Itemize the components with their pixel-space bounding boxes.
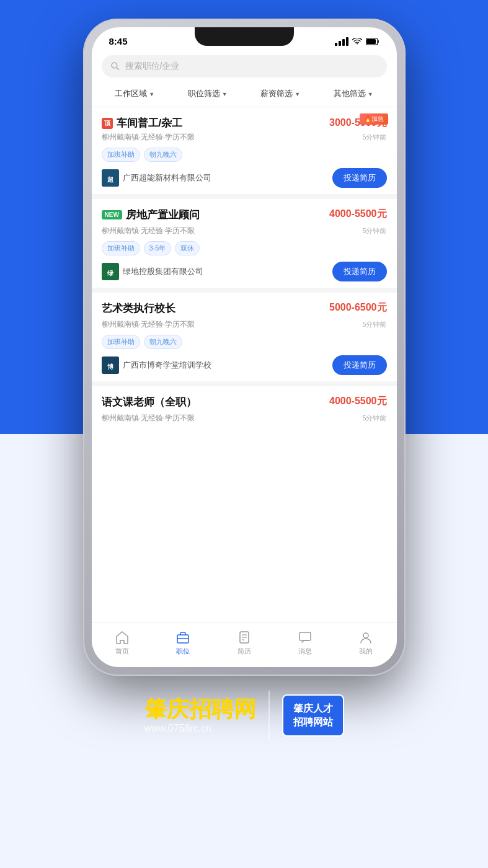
- filter-salary[interactable]: 薪资筛选 ▼: [245, 86, 317, 102]
- svg-rect-15: [299, 632, 311, 640]
- job-salary-3: 5000-6500元: [329, 301, 387, 314]
- job-time-2: 5分钟前: [362, 226, 386, 236]
- company-name-1: 广西超能新材料有限公司: [123, 172, 211, 184]
- signal-icon: [335, 37, 348, 46]
- job-location-4: 柳州戴南镇·无经验·学历不限: [102, 413, 195, 423]
- nav-jobs[interactable]: 职位: [153, 630, 213, 656]
- job-tags-1: 加班补助 朝九晚六: [102, 148, 387, 162]
- filter-salary-arrow: ▼: [295, 91, 300, 97]
- nav-resume-label: 简历: [237, 647, 251, 656]
- filter-work-area[interactable]: 工作区域 ▼: [99, 86, 171, 102]
- search-icon: [110, 61, 120, 71]
- job-header-2: NEW 房地产置业顾问 4000-5500元: [102, 208, 387, 222]
- nav-home-label: 首页: [115, 647, 129, 656]
- brand-right-line2: 招聘网站: [293, 715, 333, 729]
- job-tags-2: 加班补助 3-5年 双休: [102, 241, 387, 255]
- filter-bar: 工作区域 ▼ 职位筛选 ▼ 薪资筛选 ▼ 其他筛选 ▼: [92, 84, 397, 107]
- search-placeholder-text: 搜索职位/企业: [125, 61, 180, 72]
- nav-resume[interactable]: 简历: [213, 630, 274, 656]
- filter-position-arrow: ▼: [222, 91, 228, 97]
- job-location-2: 柳州戴南镇·无经验·学历不限: [102, 226, 195, 236]
- apply-btn-2[interactable]: 投递简历: [332, 262, 387, 281]
- company-logo-1: 超: [102, 169, 119, 187]
- job-meta-4: 柳州戴南镇·无经验·学历不限 5分钟前: [102, 413, 387, 423]
- job-tag-1-0: 加班补助: [102, 148, 140, 162]
- company-info-1: 超 广西超能新材料有限公司: [102, 169, 211, 187]
- job-meta-2: 柳州戴南镇·无经验·学历不限 5分钟前: [102, 226, 387, 236]
- svg-text:博: 博: [107, 363, 113, 370]
- svg-point-2: [112, 63, 117, 68]
- filter-position[interactable]: 职位筛选 ▼: [172, 86, 244, 102]
- filter-position-label: 职位筛选: [188, 89, 220, 99]
- job-title-3: 艺术类执行校长: [102, 301, 175, 316]
- status-time: 8:45: [109, 36, 128, 46]
- battery-icon: [366, 38, 379, 45]
- status-icons: [335, 37, 379, 46]
- job-title-1: 车间普工/杂工: [117, 116, 183, 130]
- filter-work-area-arrow: ▼: [149, 91, 154, 97]
- job-tags-3: 加班补助 朝九晚六: [102, 335, 387, 349]
- job-location-3: 柳州戴南镇·无经验·学历不限: [102, 319, 195, 330]
- filter-salary-label: 薪资筛选: [260, 89, 293, 99]
- job-time-1: 5分钟前: [362, 133, 386, 142]
- branding-section: 肇庆招聘网 www.0758rc.cn 肇庆人才 招聘网站: [0, 691, 488, 740]
- jobs-icon: [175, 630, 190, 645]
- job-list: 🔥加急 顶 车间普工/杂工 3000-5000元 柳州戴南镇·无经验·学历不限 …: [92, 107, 397, 632]
- brand-url: www.0758rc.cn: [144, 723, 212, 734]
- job-tag-3-0: 加班补助: [102, 335, 140, 349]
- resume-icon: [237, 630, 252, 645]
- filter-work-area-label: 工作区域: [115, 89, 147, 99]
- job-title-row-3: 艺术类执行校长: [102, 301, 175, 316]
- job-meta-1: 柳州戴南镇·无经验·学历不限 5分钟前: [102, 132, 387, 143]
- job-salary-4: 4000-5500元: [329, 395, 387, 408]
- mine-icon: [358, 630, 373, 645]
- apply-btn-3[interactable]: 投递简历: [332, 355, 387, 375]
- company-name-3: 广西市博奇学堂培训学校: [123, 360, 211, 371]
- company-logo-2: 绿: [102, 263, 119, 280]
- brand-divider: [268, 691, 270, 740]
- job-footer-1: 超 广西超能新材料有限公司 投递简历: [102, 168, 387, 188]
- job-tag-2-2: 双休: [175, 241, 200, 255]
- job-card-3[interactable]: 艺术类执行校长 5000-6500元 柳州戴南镇·无经验·学历不限 5分钟前 加…: [92, 293, 397, 386]
- brand-left: 肇庆招聘网 www.0758rc.cn: [144, 697, 256, 734]
- filter-other-arrow: ▼: [368, 91, 373, 97]
- job-title-row-1: 顶 车间普工/杂工: [102, 116, 183, 130]
- job-meta-3: 柳州戴南镇·无经验·学历不限 5分钟前: [102, 319, 387, 330]
- job-time-4: 5分钟前: [362, 414, 386, 423]
- messages-icon: [298, 630, 313, 645]
- svg-point-16: [363, 633, 368, 638]
- nav-jobs-label: 职位: [176, 647, 190, 656]
- nav-mine[interactable]: 我的: [335, 630, 396, 656]
- brand-right-line1: 肇庆人才: [293, 702, 333, 715]
- brand-title-black: 肇庆: [144, 696, 189, 722]
- job-time-3: 5分钟前: [362, 320, 386, 329]
- filter-other[interactable]: 其他筛选 ▼: [317, 86, 389, 102]
- nav-messages-label: 消息: [298, 647, 312, 656]
- job-tag-2-1: 3-5年: [144, 241, 172, 255]
- job-title-2: 房地产置业顾问: [126, 208, 200, 222]
- job-card-1[interactable]: 🔥加急 顶 车间普工/杂工 3000-5000元 柳州戴南镇·无经验·学历不限 …: [92, 107, 397, 199]
- job-footer-2: 绿 绿地控股集团有限公司 投递简历: [102, 262, 387, 281]
- job-title-row-4: 语文课老师（全职）: [102, 395, 197, 409]
- job-title-row-2: NEW 房地产置业顾问: [102, 208, 200, 222]
- apply-btn-1[interactable]: 投递简历: [332, 168, 387, 188]
- phone-screen: 8:45: [92, 27, 397, 667]
- nav-home[interactable]: 首页: [92, 630, 153, 656]
- search-bar[interactable]: 搜索职位/企业: [102, 55, 387, 78]
- job-badge-new-2: NEW: [102, 210, 122, 219]
- job-tag-2-0: 加班补助: [102, 241, 140, 255]
- job-card-2[interactable]: NEW 房地产置业顾问 4000-5500元 柳州戴南镇·无经验·学历不限 5分…: [92, 199, 397, 293]
- job-footer-3: 博 广西市博奇学堂培训学校 投递简历: [102, 355, 387, 375]
- nav-messages[interactable]: 消息: [275, 630, 335, 656]
- home-icon: [115, 630, 130, 645]
- phone-shell: 8:45: [83, 19, 406, 676]
- hot-label-1: 🔥加急: [360, 113, 388, 125]
- company-info-3: 博 广西市博奇学堂培训学校: [102, 356, 211, 374]
- job-badge-top-1: 顶: [102, 118, 113, 129]
- job-tag-3-1: 朝九晚六: [144, 335, 182, 349]
- company-info-2: 绿 绿地控股集团有限公司: [102, 263, 203, 280]
- job-card-4-partial[interactable]: 语文课老师（全职） 4000-5500元 柳州戴南镇·无经验·学历不限 5分钟前: [92, 386, 397, 432]
- svg-text:绿: 绿: [107, 270, 114, 277]
- job-header-3: 艺术类执行校长 5000-6500元: [102, 301, 387, 316]
- svg-text:超: 超: [107, 176, 114, 183]
